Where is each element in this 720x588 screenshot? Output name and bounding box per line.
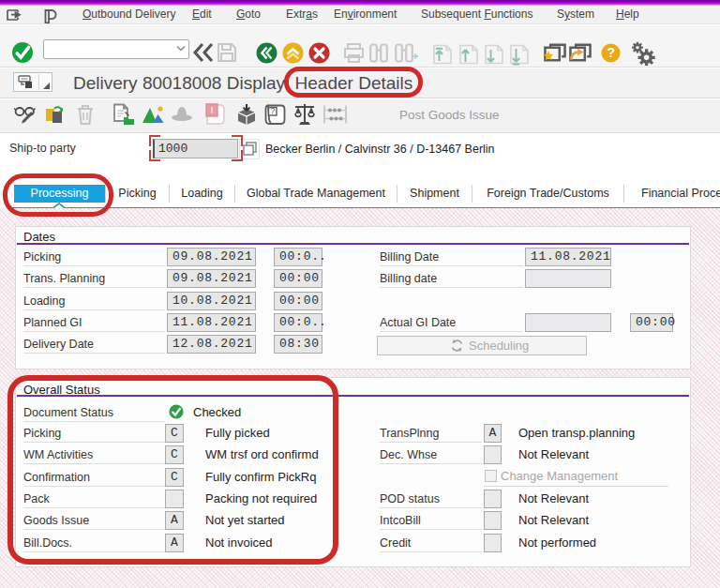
svg-text:?: ? (607, 45, 615, 60)
svg-text:?: ? (270, 106, 275, 115)
